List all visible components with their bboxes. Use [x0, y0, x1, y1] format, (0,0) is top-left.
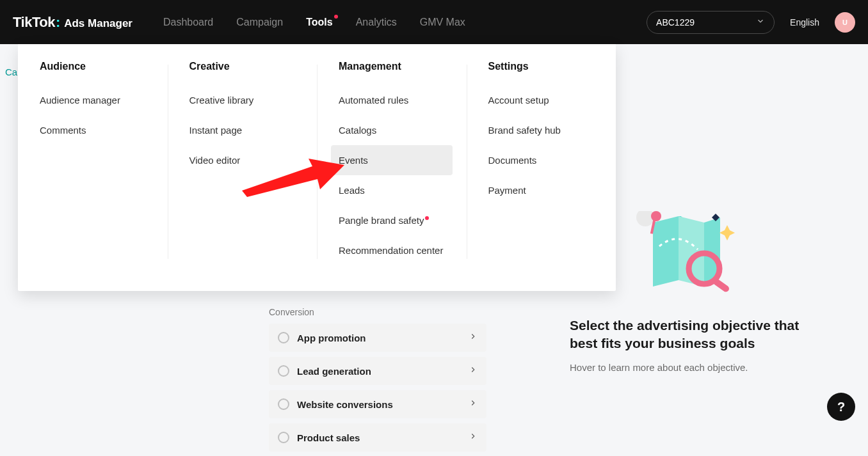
- tools-col-head-audience: Audience: [40, 61, 146, 72]
- chevron-right-icon: [469, 332, 478, 343]
- help-button[interactable]: ?: [827, 393, 855, 421]
- objective-app-promotion[interactable]: App promotion: [269, 324, 486, 352]
- nav-analytics[interactable]: Analytics: [356, 13, 397, 32]
- objective-illustration-icon: [634, 211, 743, 294]
- menu-item-automated-rules[interactable]: Automated rules: [331, 85, 453, 115]
- top-header: TikTok: Ads Manager Dashboard Campaign T…: [0, 0, 868, 44]
- logo-text-sub: Ads Manager: [64, 17, 133, 30]
- menu-item-brand-safety-hub[interactable]: Brand safety hub: [481, 115, 602, 145]
- menu-item-video-editor[interactable]: Video editor: [182, 145, 303, 175]
- menu-item-instant-page[interactable]: Instant page: [182, 115, 303, 145]
- svg-marker-2: [653, 216, 679, 287]
- menu-item-recommendation-center[interactable]: Recommendation center: [331, 235, 453, 265]
- radio-icon: [278, 365, 289, 377]
- primary-nav: Dashboard Campaign Tools Analytics GMV M…: [163, 13, 465, 32]
- menu-item-creative-library[interactable]: Creative library: [182, 85, 303, 115]
- nav-dashboard[interactable]: Dashboard: [163, 13, 213, 32]
- objective-label: App promotion: [297, 333, 366, 343]
- tools-col-settings: Settings Account setup Brand safety hub …: [467, 61, 616, 265]
- tools-col-head-settings: Settings: [488, 61, 595, 72]
- tools-col-audience: Audience Audience manager Comments: [18, 61, 168, 265]
- radio-icon: [278, 398, 289, 410]
- tools-dropdown: Audience Audience manager Comments Creat…: [18, 44, 616, 291]
- nav-tools-label: Tools: [306, 17, 332, 28]
- breadcrumb[interactable]: Ca: [5, 67, 17, 77]
- language-selector[interactable]: English: [790, 17, 819, 28]
- notification-dot-icon: [334, 15, 338, 19]
- objective-label: Website conversions: [297, 399, 393, 410]
- nav-campaign[interactable]: Campaign: [236, 13, 283, 32]
- help-icon: ?: [837, 400, 845, 414]
- logo[interactable]: TikTok: Ads Manager: [13, 14, 133, 31]
- chevron-right-icon: [469, 432, 478, 443]
- chevron-right-icon: [469, 398, 478, 410]
- menu-item-audience-manager[interactable]: Audience manager: [32, 85, 154, 115]
- tools-col-head-creative: Creative: [189, 61, 296, 72]
- svg-rect-8: [712, 278, 730, 293]
- menu-item-pangle-brand-safety[interactable]: Pangle brand safety: [331, 205, 453, 235]
- menu-item-leads[interactable]: Leads: [331, 175, 453, 205]
- radio-icon: [278, 432, 289, 443]
- logo-colon-icon: :: [56, 14, 60, 31]
- menu-item-events[interactable]: Events: [331, 145, 453, 175]
- notification-dot-icon: [425, 216, 429, 220]
- menu-item-account-setup[interactable]: Account setup: [481, 85, 602, 115]
- chevron-down-icon: [756, 17, 765, 28]
- account-selector[interactable]: ABC1229: [647, 11, 775, 34]
- objective-list: App promotion Lead generation Website co…: [269, 324, 486, 452]
- radio-icon: [278, 332, 289, 343]
- avatar[interactable]: U: [835, 12, 855, 33]
- objective-info-panel: Select the advertising objective that be…: [570, 317, 801, 373]
- menu-item-catalogs[interactable]: Catalogs: [331, 115, 453, 145]
- info-title: Select the advertising objective that be…: [570, 317, 801, 353]
- menu-item-payment[interactable]: Payment: [481, 175, 602, 205]
- nav-tools[interactable]: Tools: [306, 13, 332, 32]
- svg-point-0: [636, 211, 654, 226]
- tools-col-management: Management Automated rules Catalogs Even…: [317, 61, 467, 265]
- nav-gmv-max[interactable]: GMV Max: [420, 13, 465, 32]
- objective-label: Product sales: [297, 432, 360, 443]
- menu-item-label: Pangle brand safety: [339, 215, 424, 226]
- svg-point-6: [651, 211, 661, 221]
- menu-item-documents[interactable]: Documents: [481, 145, 602, 175]
- menu-item-comments[interactable]: Comments: [32, 115, 154, 145]
- logo-text-main: TikTok: [13, 14, 55, 31]
- objective-product-sales[interactable]: Product sales: [269, 423, 486, 452]
- objective-lead-generation[interactable]: Lead generation: [269, 357, 486, 385]
- info-subtitle: Hover to learn more about each objective…: [570, 362, 801, 373]
- account-name: ABC1229: [656, 17, 695, 28]
- tools-col-head-management: Management: [339, 61, 445, 72]
- objective-label: Lead generation: [297, 366, 371, 377]
- header-right: ABC1229 English U: [647, 11, 855, 34]
- tools-col-creative: Creative Creative library Instant page V…: [168, 61, 317, 265]
- section-label-conversion: Conversion: [269, 307, 842, 317]
- objective-website-conversions[interactable]: Website conversions: [269, 390, 486, 418]
- chevron-right-icon: [469, 365, 478, 377]
